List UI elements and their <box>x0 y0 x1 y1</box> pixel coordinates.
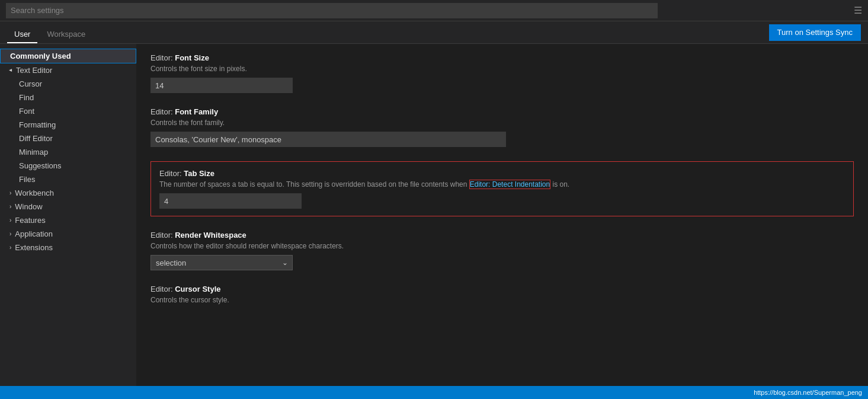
chevron-icon: ▾ <box>8 69 14 72</box>
sidebar-item-label: Application <box>15 229 53 238</box>
setting-render-whitespace: Editor: Render Whitespace Controls how t… <box>150 231 854 270</box>
setting-tab-size: Editor: Tab Size The number of spaces a … <box>150 161 854 216</box>
sidebar-item-commonly-used[interactable]: Commonly Used <box>0 49 136 63</box>
render-whitespace-select[interactable]: none boundary selection trailing all <box>150 255 293 270</box>
status-bar: https://blog.csdn.net/Superman_peng <box>0 386 868 399</box>
tabs-row: User Workspace Turn on Settings Sync <box>0 21 868 44</box>
sidebar-item-text-editor[interactable]: ▾ Text Editor <box>0 63 136 77</box>
sidebar-item-label: Font <box>19 107 34 116</box>
sidebar-item-find[interactable]: Find <box>0 91 136 104</box>
font-family-title: Editor: Font Family <box>150 107 854 116</box>
sidebar-item-label: Window <box>15 202 42 211</box>
sidebar-item-label: Features <box>15 216 45 225</box>
tab-size-input[interactable] <box>159 193 302 209</box>
sidebar-item-label: Suggestions <box>19 161 62 170</box>
font-size-desc: Controls the font size in pixels. <box>150 65 854 73</box>
sidebar-item-label: Text Editor <box>16 66 52 75</box>
sidebar-item-workbench[interactable]: › Workbench <box>0 186 136 200</box>
setting-font-family: Editor: Font Family Controls the font fa… <box>150 107 854 147</box>
chevron-icon: › <box>9 231 11 237</box>
sidebar-item-label: Diff Editor <box>19 134 53 143</box>
render-whitespace-title: Editor: Render Whitespace <box>150 231 854 240</box>
sidebar-item-diff-editor[interactable]: Diff Editor <box>0 132 136 145</box>
chevron-icon: › <box>9 244 11 251</box>
render-whitespace-desc: Controls how the editor should render wh… <box>150 242 854 250</box>
sync-button[interactable]: Turn on Settings Sync <box>769 24 861 41</box>
chevron-icon: › <box>9 217 11 224</box>
detect-indentation-link[interactable]: Editor: Detect Indentation <box>470 180 550 189</box>
sidebar-item-label: Workbench <box>15 189 54 197</box>
sidebar-item-label: Extensions <box>15 243 53 252</box>
setting-cursor-style: Editor: Cursor Style Controls the cursor… <box>150 285 854 304</box>
search-bar: ☰ <box>0 0 868 21</box>
sidebar-item-label: Cursor <box>19 79 42 88</box>
cursor-style-title: Editor: Cursor Style <box>150 285 854 293</box>
sidebar-item-window[interactable]: › Window <box>0 200 136 213</box>
tab-size-title: Editor: Tab Size <box>159 169 845 178</box>
chevron-icon: › <box>9 190 11 196</box>
cursor-style-desc: Controls the cursor style. <box>150 296 854 304</box>
tab-user[interactable]: User <box>7 26 37 43</box>
render-whitespace-select-wrapper: none boundary selection trailing all <box>150 255 293 270</box>
sidebar-item-minimap[interactable]: Minimap <box>0 145 136 159</box>
search-input[interactable] <box>6 3 658 18</box>
sidebar-item-extensions[interactable]: › Extensions <box>0 241 136 254</box>
sidebar-item-suggestions[interactable]: Suggestions <box>0 159 136 173</box>
font-size-input[interactable] <box>150 78 293 93</box>
sidebar-item-label: Formatting <box>19 120 56 129</box>
font-family-desc: Controls the font family. <box>150 119 854 127</box>
sidebar: Commonly Used ▾ Text Editor Cursor Find … <box>0 44 136 386</box>
status-url: https://blog.csdn.net/Superman_peng <box>754 389 862 396</box>
tab-workspace[interactable]: Workspace <box>40 26 92 43</box>
sidebar-item-label: Minimap <box>19 148 48 157</box>
font-size-title: Editor: Font Size <box>150 53 854 62</box>
chevron-icon: › <box>9 203 11 210</box>
font-family-input[interactable] <box>150 132 506 147</box>
main-content: Commonly Used ▾ Text Editor Cursor Find … <box>0 44 868 386</box>
sidebar-item-cursor[interactable]: Cursor <box>0 77 136 91</box>
sidebar-item-application[interactable]: › Application <box>0 227 136 241</box>
sidebar-item-label: Find <box>19 93 34 102</box>
menu-icon[interactable]: ☰ <box>854 5 862 16</box>
sidebar-item-label: Commonly Used <box>10 52 71 60</box>
settings-panel: Editor: Font Size Controls the font size… <box>136 44 868 386</box>
setting-font-size: Editor: Font Size Controls the font size… <box>150 53 854 93</box>
sidebar-item-label: Files <box>19 175 35 184</box>
sidebar-item-formatting[interactable]: Formatting <box>0 118 136 132</box>
sidebar-item-features[interactable]: › Features <box>0 213 136 227</box>
tabs-left: User Workspace <box>7 21 92 43</box>
sidebar-item-font[interactable]: Font <box>0 104 136 118</box>
sidebar-item-files[interactable]: Files <box>0 173 136 186</box>
tab-size-desc: The number of spaces a tab is equal to. … <box>159 180 845 189</box>
